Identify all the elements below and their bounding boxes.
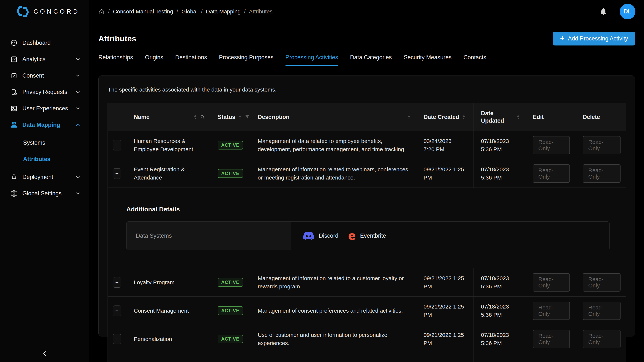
table-row: + Loyalty Program ACTIVE Management of i… [108,268,626,296]
column-date-created[interactable]: Date Created [416,103,474,131]
activity-name: Personalization [126,325,210,353]
delete-readonly-button[interactable]: Read-Only [583,330,620,348]
logo-wordmark: CONCORD [34,8,80,15]
edit-readonly-button[interactable]: Read-Only [533,164,570,183]
search-icon[interactable] [200,114,205,120]
table-row: + Human Resources & Employee Development… [108,131,626,160]
add-processing-activity-button[interactable]: + Add Processing Activity [553,32,635,46]
app-root: CONCORD Dashboard Analytics [0,0,644,362]
table-row-partial [108,353,626,362]
sidebar-item-privacy-requests[interactable]: Privacy Requests [0,84,89,100]
sidebar-item-analytics[interactable]: Analytics [0,51,89,68]
delete-readonly-button[interactable]: Read-Only [583,164,620,183]
activity-description: Use of customer and user information to … [250,325,416,353]
data-systems-list: Discord e Eventbrite [291,222,386,250]
bell-icon[interactable] [599,8,608,16]
data-system-eventbrite[interactable]: e Eventbrite [348,232,386,239]
tab-data-categories[interactable]: Data Categories [350,54,392,66]
app-logo[interactable]: CONCORD [0,0,89,23]
column-label: Delete [583,114,600,120]
date-created: 09/21/2022 1:25 PM [416,325,474,353]
breadcrumb-separator: / [176,8,178,15]
expanded-details-row: Additional Details Data Systems [108,188,626,268]
collapse-row-button[interactable]: − [113,168,121,179]
tab-origins[interactable]: Origins [145,54,163,66]
tab-relationships[interactable]: Relationships [98,54,133,66]
data-systems-box: Data Systems Discord [126,222,610,250]
sidebar-item-data-mapping[interactable]: Data Mapping [0,117,89,133]
sidebar-item-label: Dashboard [22,40,51,46]
expand-row-button[interactable]: + [113,277,121,288]
chevron-up-icon [75,122,81,128]
date-created: 03/24/2023 7:20 PM [416,131,474,160]
delete-readonly-button[interactable]: Read-Only [583,136,620,154]
sort-icon[interactable] [516,114,520,120]
tab-destinations[interactable]: Destinations [175,54,207,66]
breadcrumb-item[interactable]: Global [182,8,198,15]
sidebar-item-user-experiences[interactable]: User Experiences [0,100,89,117]
sidebar-subitem-systems[interactable]: Systems [0,134,89,151]
sort-icon[interactable] [193,114,197,120]
activity-description: Management of consent preferences and re… [250,296,416,325]
column-name[interactable]: Name [126,103,210,131]
tab-bar: Relationships Origins Destinations Proce… [98,54,635,66]
topbar: / Concord Manual Testing / Global / Data… [89,0,644,23]
edit-readonly-button[interactable]: Read-Only [533,273,570,292]
sort-icon[interactable] [407,114,411,120]
status-badge: ACTIVE [218,169,243,178]
table-row: + Consent Management ACTIVE Management o… [108,296,626,325]
content-column: / Concord Manual Testing / Global / Data… [89,0,644,362]
edit-readonly-button[interactable]: Read-Only [533,302,570,320]
sidebar-subitem-label: Attributes [23,156,50,162]
breadcrumb-item[interactable]: Concord Manual Testing [113,8,173,15]
column-status[interactable]: Status [210,103,250,131]
tab-security-measures[interactable]: Security Measures [404,54,452,66]
expand-row-button[interactable]: + [113,140,121,150]
sidebar-subitem-attributes[interactable]: Attributes [0,151,89,168]
delete-readonly-button[interactable]: Read-Only [583,273,620,292]
sort-icon[interactable] [238,114,242,120]
activity-description: Management of information related to a c… [250,268,416,296]
sidebar-item-dashboard[interactable]: Dashboard [0,35,89,51]
image-icon [10,105,18,112]
sidebar-item-global-settings[interactable]: Global Settings [0,185,89,202]
edit-readonly-button[interactable]: Read-Only [533,136,570,154]
column-expand [108,103,126,131]
status-badge: ACTIVE [218,278,243,287]
breadcrumb-item-current: Attributes [249,8,272,15]
sort-icon[interactable] [462,114,466,120]
date-created: 09/21/2022 1:25 PM [416,268,474,296]
page-header: Attributes + Add Processing Activity [89,23,644,46]
delete-readonly-button[interactable]: Read-Only [583,302,620,320]
chevron-left-icon [40,350,48,358]
expand-row-button[interactable]: + [113,334,121,344]
chevron-down-icon [75,89,81,95]
sidebar-collapse-button[interactable] [40,350,48,358]
user-avatar[interactable]: DL [620,4,636,20]
sidebar-item-deployment[interactable]: Deployment [0,169,89,185]
expand-row-button[interactable]: + [113,306,121,316]
date-created: 09/21/2022 1:25 PM [416,296,474,325]
tab-processing-purposes[interactable]: Processing Purposes [219,54,274,66]
breadcrumb-item[interactable]: Data Mapping [206,8,241,15]
date-updated: 07/18/2023 5:36 PM [474,268,525,296]
table-row: + Personalization ACTIVE Use of customer… [108,325,626,353]
tab-contacts[interactable]: Contacts [464,54,486,66]
sidebar: CONCORD Dashboard Analytics [0,0,89,362]
home-icon[interactable] [98,8,105,15]
column-description[interactable]: Description [250,103,416,131]
processing-activities-table: Name [108,103,626,362]
tab-processing-activities[interactable]: Processing Activities [286,54,338,66]
filter-icon[interactable] [245,114,250,120]
table-description: The specific activities associated with … [108,86,626,93]
column-date-updated[interactable]: Date Updated [474,103,525,131]
activity-description: Management of information related to web… [250,160,416,188]
data-systems-label: Data Systems [126,222,291,250]
chevron-down-icon [75,174,81,180]
data-system-discord[interactable]: Discord [302,231,338,240]
column-label: Name [134,114,150,120]
column-label: Edit [533,114,544,120]
sidebar-item-consent[interactable]: Consent [0,68,89,84]
concord-logo-icon [16,6,29,17]
edit-readonly-button[interactable]: Read-Only [533,330,570,348]
